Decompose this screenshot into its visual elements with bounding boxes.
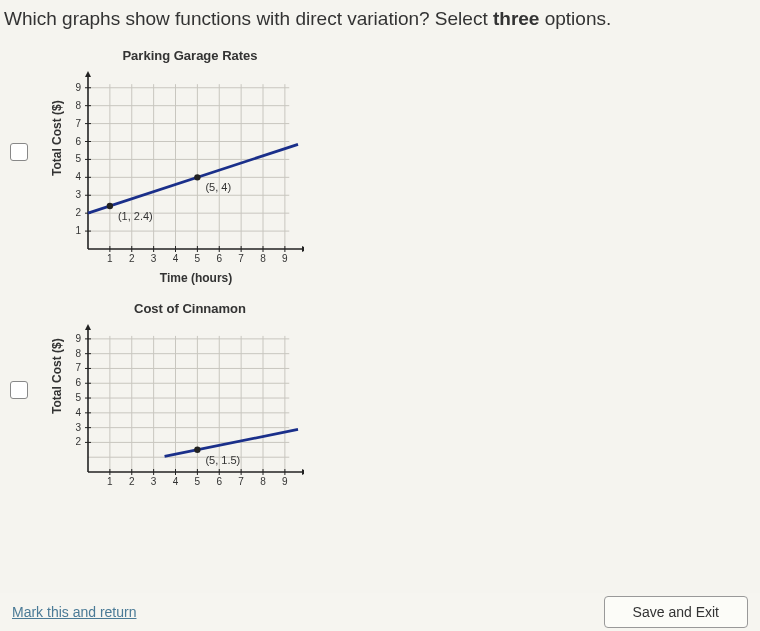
svg-text:3: 3 bbox=[75, 422, 81, 433]
svg-marker-20 bbox=[85, 71, 91, 77]
svg-text:7: 7 bbox=[238, 476, 244, 487]
svg-text:7: 7 bbox=[75, 118, 81, 129]
mark-return-link[interactable]: Mark this and return bbox=[12, 604, 137, 620]
svg-text:7: 7 bbox=[238, 253, 244, 264]
svg-text:6: 6 bbox=[75, 136, 81, 147]
svg-text:8: 8 bbox=[75, 348, 81, 359]
graph-1-xlabel: Time (hours) bbox=[88, 271, 304, 285]
svg-text:(5, 4): (5, 4) bbox=[205, 181, 231, 193]
svg-text:4: 4 bbox=[173, 253, 179, 264]
graph-2-title: Cost of Cinnamon bbox=[76, 301, 304, 316]
graph-1: Parking Garage Rates Total Cost ($) 1234… bbox=[50, 48, 304, 285]
graph-2: Cost of Cinnamon Total Cost ($) 12345678… bbox=[50, 301, 304, 492]
svg-line-58 bbox=[88, 144, 298, 213]
svg-text:9: 9 bbox=[282, 476, 288, 487]
svg-text:7: 7 bbox=[75, 362, 81, 373]
svg-text:3: 3 bbox=[151, 253, 157, 264]
svg-text:1: 1 bbox=[107, 476, 113, 487]
checkbox-option-1[interactable] bbox=[10, 143, 28, 161]
svg-text:3: 3 bbox=[75, 189, 81, 200]
option-2: Cost of Cinnamon Total Cost ($) 12345678… bbox=[0, 301, 760, 492]
question-part1: Which graphs show functions with direct … bbox=[4, 8, 493, 29]
svg-text:1: 1 bbox=[107, 253, 113, 264]
graph-2-ylabel: Total Cost ($) bbox=[50, 400, 64, 414]
svg-text:3: 3 bbox=[151, 476, 157, 487]
svg-text:1: 1 bbox=[75, 225, 81, 236]
svg-text:2: 2 bbox=[75, 436, 81, 447]
svg-text:5: 5 bbox=[195, 253, 201, 264]
svg-text:4: 4 bbox=[75, 171, 81, 182]
question-text: Which graphs show functions with direct … bbox=[0, 0, 760, 48]
svg-text:9: 9 bbox=[75, 82, 81, 93]
svg-text:5: 5 bbox=[75, 392, 81, 403]
svg-line-119 bbox=[165, 429, 298, 456]
svg-text:2: 2 bbox=[129, 253, 135, 264]
question-bold: three bbox=[493, 8, 539, 29]
svg-marker-21 bbox=[302, 246, 304, 252]
svg-marker-83 bbox=[85, 324, 91, 330]
question-part2: options. bbox=[539, 8, 611, 29]
option-1: Parking Garage Rates Total Cost ($) 1234… bbox=[0, 48, 760, 285]
svg-point-59 bbox=[107, 203, 113, 209]
save-exit-button[interactable]: Save and Exit bbox=[604, 596, 748, 628]
svg-text:6: 6 bbox=[75, 377, 81, 388]
svg-text:(1, 2.4): (1, 2.4) bbox=[118, 210, 153, 222]
svg-text:(5, 1.5): (5, 1.5) bbox=[205, 454, 240, 466]
svg-text:4: 4 bbox=[75, 407, 81, 418]
graph-1-ylabel: Total Cost ($) bbox=[50, 162, 64, 176]
svg-text:8: 8 bbox=[75, 100, 81, 111]
footer: Mark this and return Save and Exit bbox=[0, 593, 760, 631]
svg-text:8: 8 bbox=[260, 253, 266, 264]
svg-text:5: 5 bbox=[195, 476, 201, 487]
svg-text:8: 8 bbox=[260, 476, 266, 487]
svg-text:5: 5 bbox=[75, 153, 81, 164]
svg-point-120 bbox=[194, 447, 200, 453]
checkbox-option-2[interactable] bbox=[10, 381, 28, 399]
graph-1-plot: 123456789123456789(1, 2.4)(5, 4) bbox=[64, 69, 304, 269]
svg-text:6: 6 bbox=[216, 476, 222, 487]
svg-text:9: 9 bbox=[282, 253, 288, 264]
svg-text:6: 6 bbox=[216, 253, 222, 264]
svg-marker-84 bbox=[302, 469, 304, 475]
graph-1-title: Parking Garage Rates bbox=[76, 48, 304, 63]
svg-point-61 bbox=[194, 174, 200, 180]
svg-text:4: 4 bbox=[173, 476, 179, 487]
svg-text:9: 9 bbox=[75, 333, 81, 344]
svg-text:2: 2 bbox=[129, 476, 135, 487]
graph-2-plot: 12345678923456789(5, 1.5) bbox=[64, 322, 304, 492]
svg-text:2: 2 bbox=[75, 207, 81, 218]
